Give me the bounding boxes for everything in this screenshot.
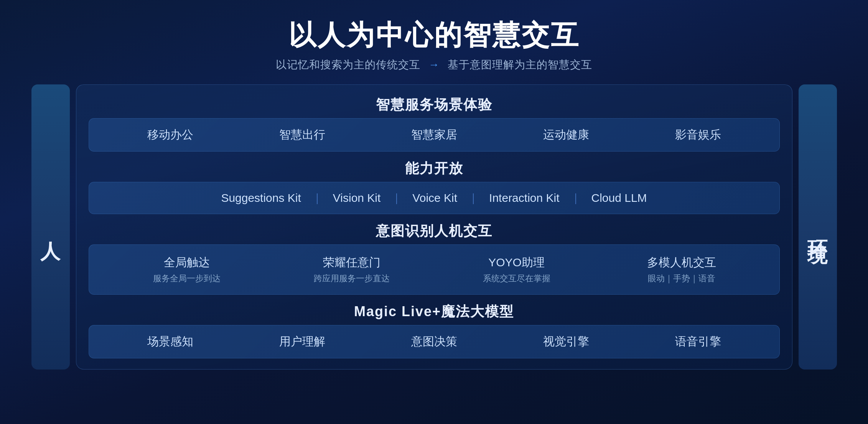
kit-sep-1: ｜ (391, 191, 402, 205)
magic-item-3: 视觉引擎 (543, 334, 589, 350)
kit-4: Cloud LLM (591, 191, 647, 205)
intent-row: 全局触达 服务全局一步到达 荣耀任意门 跨应用服务一步直达 YOYO助理 系统交… (89, 244, 780, 295)
magic-item-1: 用户理解 (279, 334, 325, 350)
right-side-label: 环境 (799, 84, 837, 370)
service-item-4: 影音娱乐 (675, 127, 721, 143)
left-side-label: 人 (31, 84, 70, 370)
sub-title-arrow: → (428, 59, 440, 71)
intent-main-0: 全局触达 (164, 255, 210, 271)
intent-title: 意图识别人机交互 (89, 222, 780, 241)
kit-2: Voice Kit (412, 191, 457, 205)
magic-section: Magic Live+魔法大模型 场景感知 用户理解 意图决策 视觉引擎 语音引… (89, 302, 780, 358)
kit-3: Interaction Kit (489, 191, 559, 205)
magic-item-0: 场景感知 (147, 334, 193, 350)
smart-service-row: 移动办公 智慧出行 智慧家居 运动健康 影音娱乐 (89, 118, 780, 152)
intent-item-0: 全局触达 服务全局一步到达 (104, 252, 269, 287)
sub-title: 以记忆和搜索为主的传统交互 → 基于意图理解为主的智慧交互 (276, 58, 592, 72)
main-content: 智慧服务场景体验 移动办公 智慧出行 智慧家居 运动健康 影音娱乐 能力开放 S… (76, 84, 792, 370)
magic-title: Magic Live+魔法大模型 (89, 302, 780, 321)
page-header: 以人为中心的智慧交互 以记忆和搜索为主的传统交互 → 基于意图理解为主的智慧交互 (276, 0, 592, 72)
magic-item-4: 语音引擎 (675, 334, 721, 350)
smart-service-title: 智慧服务场景体验 (89, 96, 780, 114)
magic-item-2: 意图决策 (411, 334, 457, 350)
kit-0: Suggestions Kit (221, 191, 301, 205)
service-item-1: 智慧出行 (279, 127, 325, 143)
intent-main-2: YOYO助理 (488, 255, 545, 271)
intent-item-3: 多模人机交互 眼动｜手势｜语音 (599, 252, 764, 287)
kit-sep-0: ｜ (312, 191, 322, 205)
service-item-2: 智慧家居 (411, 127, 457, 143)
kit-1: Vision Kit (333, 191, 381, 205)
sub-title-part2: 基于意图理解为主的智慧交互 (448, 59, 592, 71)
kit-sep-3: ｜ (570, 191, 581, 205)
capability-row: Suggestions Kit ｜ Vision Kit ｜ Voice Kit… (89, 182, 780, 214)
kit-sep-2: ｜ (468, 191, 478, 205)
intent-sub-1: 跨应用服务一步直达 (314, 273, 390, 284)
intent-main-3: 多模人机交互 (647, 255, 716, 271)
intent-item-1: 荣耀任意门 跨应用服务一步直达 (269, 252, 434, 287)
intent-item-2: YOYO助理 系统交互尽在掌握 (434, 252, 599, 287)
magic-row: 场景感知 用户理解 意图决策 视觉引擎 语音引擎 (89, 325, 780, 358)
kits-row: Suggestions Kit ｜ Vision Kit ｜ Voice Kit… (221, 191, 647, 205)
main-title: 以人为中心的智慧交互 (276, 18, 592, 51)
smart-service-section: 智慧服务场景体验 移动办公 智慧出行 智慧家居 运动健康 影音娱乐 (89, 96, 780, 152)
intent-sub-3: 眼动｜手势｜语音 (648, 273, 715, 284)
diagram-wrapper: 人 智慧服务场景体验 移动办公 智慧出行 智慧家居 运动健康 影音娱乐 能力开放… (31, 84, 837, 370)
intent-section: 意图识别人机交互 全局触达 服务全局一步到达 荣耀任意门 跨应用服务一步直达 Y… (89, 222, 780, 295)
service-item-0: 移动办公 (147, 127, 193, 143)
service-item-3: 运动健康 (543, 127, 589, 143)
capability-title: 能力开放 (89, 159, 780, 178)
sub-title-part1: 以记忆和搜索为主的传统交互 (276, 59, 420, 71)
intent-sub-0: 服务全局一步到达 (153, 273, 221, 284)
capability-section: 能力开放 Suggestions Kit ｜ Vision Kit ｜ Voic… (89, 159, 780, 214)
intent-main-1: 荣耀任意门 (323, 255, 380, 271)
intent-sub-2: 系统交互尽在掌握 (483, 273, 550, 284)
